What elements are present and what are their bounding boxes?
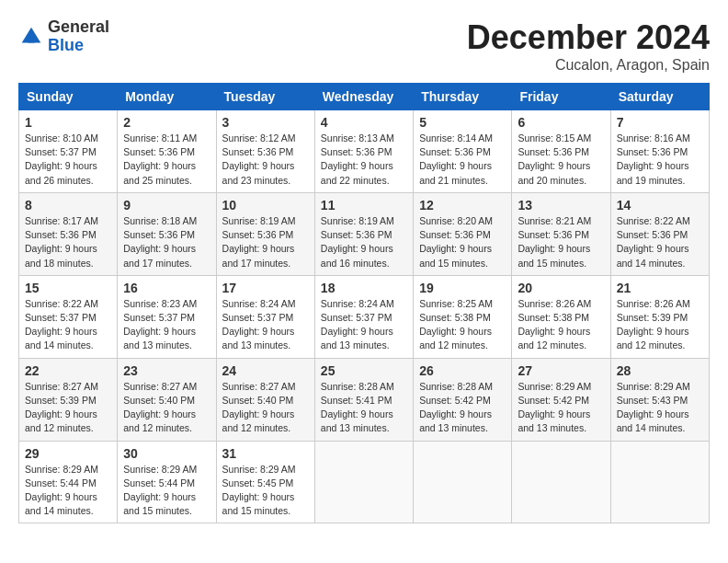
day-number: 5 [419, 115, 506, 130]
day-info: Sunrise: 8:27 AMSunset: 5:40 PMDaylight:… [222, 380, 309, 436]
calendar-week-row: 22Sunrise: 8:27 AMSunset: 5:39 PMDayligh… [19, 358, 710, 441]
day-info: Sunrise: 8:10 AMSunset: 5:37 PMDaylight:… [25, 132, 111, 188]
day-info: Sunrise: 8:21 AMSunset: 5:36 PMDaylight:… [518, 214, 604, 270]
title-block: December 2024 Cucalon, Aragon, Spain [467, 18, 710, 74]
calendar-cell: 18Sunrise: 8:24 AMSunset: 5:37 PMDayligh… [314, 275, 413, 358]
calendar-cell: 17Sunrise: 8:24 AMSunset: 5:37 PMDayligh… [216, 275, 314, 358]
day-header-tuesday: Tuesday [216, 84, 314, 110]
day-info: Sunrise: 8:14 AMSunset: 5:36 PMDaylight:… [419, 132, 506, 188]
day-info: Sunrise: 8:28 AMSunset: 5:42 PMDaylight:… [419, 380, 506, 436]
calendar-cell: 12Sunrise: 8:20 AMSunset: 5:36 PMDayligh… [414, 192, 512, 275]
day-number: 18 [321, 281, 407, 295]
calendar-cell: 4Sunrise: 8:13 AMSunset: 5:36 PMDaylight… [314, 110, 413, 193]
day-info: Sunrise: 8:25 AMSunset: 5:38 PMDaylight:… [419, 297, 506, 353]
day-number: 10 [222, 198, 309, 213]
page-header: General Blue December 2024 Cucalon, Arag… [18, 18, 710, 74]
day-number: 16 [123, 281, 210, 295]
calendar-cell: 9Sunrise: 8:18 AMSunset: 5:36 PMDaylight… [118, 192, 216, 275]
day-number: 7 [617, 115, 703, 130]
day-number: 17 [222, 281, 309, 295]
day-header-monday: Monday [118, 84, 216, 110]
day-header-friday: Friday [512, 84, 610, 110]
calendar-week-row: 15Sunrise: 8:22 AMSunset: 5:37 PMDayligh… [19, 275, 710, 358]
day-info: Sunrise: 8:16 AMSunset: 5:36 PMDaylight:… [617, 132, 703, 188]
day-info: Sunrise: 8:13 AMSunset: 5:36 PMDaylight:… [321, 132, 407, 188]
calendar-cell: 23Sunrise: 8:27 AMSunset: 5:40 PMDayligh… [118, 358, 216, 441]
calendar-cell [314, 441, 413, 523]
day-number: 26 [419, 363, 506, 378]
calendar-week-row: 1Sunrise: 8:10 AMSunset: 5:37 PMDaylight… [19, 110, 710, 193]
day-info: Sunrise: 8:29 AMSunset: 5:44 PMDaylight:… [123, 463, 210, 519]
day-info: Sunrise: 8:20 AMSunset: 5:36 PMDaylight:… [419, 214, 506, 270]
day-number: 2 [123, 115, 210, 130]
calendar-cell: 30Sunrise: 8:29 AMSunset: 5:44 PMDayligh… [118, 441, 216, 523]
day-number: 11 [321, 198, 407, 213]
day-number: 3 [222, 115, 309, 130]
day-info: Sunrise: 8:29 AMSunset: 5:42 PMDaylight:… [518, 380, 604, 436]
day-number: 13 [518, 198, 604, 213]
day-info: Sunrise: 8:24 AMSunset: 5:37 PMDaylight:… [222, 297, 309, 353]
calendar-cell: 5Sunrise: 8:14 AMSunset: 5:36 PMDaylight… [414, 110, 512, 193]
calendar-cell: 1Sunrise: 8:10 AMSunset: 5:37 PMDaylight… [19, 110, 118, 193]
day-info: Sunrise: 8:27 AMSunset: 5:39 PMDaylight:… [25, 380, 111, 436]
day-number: 25 [321, 363, 407, 378]
calendar-cell: 2Sunrise: 8:11 AMSunset: 5:36 PMDaylight… [118, 110, 216, 193]
day-number: 23 [123, 363, 210, 378]
logo-blue-text: Blue [48, 36, 84, 54]
calendar-week-row: 29Sunrise: 8:29 AMSunset: 5:44 PMDayligh… [19, 441, 710, 523]
day-number: 30 [123, 446, 210, 461]
day-number: 28 [617, 363, 703, 378]
calendar-cell: 14Sunrise: 8:22 AMSunset: 5:36 PMDayligh… [610, 192, 709, 275]
day-info: Sunrise: 8:22 AMSunset: 5:36 PMDaylight:… [617, 214, 703, 270]
day-number: 19 [419, 281, 506, 295]
logo: General Blue [18, 18, 109, 55]
day-info: Sunrise: 8:22 AMSunset: 5:37 PMDaylight:… [25, 297, 111, 353]
calendar-cell: 20Sunrise: 8:26 AMSunset: 5:38 PMDayligh… [512, 275, 610, 358]
day-info: Sunrise: 8:29 AMSunset: 5:44 PMDaylight:… [25, 463, 111, 519]
day-number: 21 [617, 281, 703, 295]
day-number: 14 [617, 198, 703, 213]
calendar-cell: 26Sunrise: 8:28 AMSunset: 5:42 PMDayligh… [414, 358, 512, 441]
day-info: Sunrise: 8:28 AMSunset: 5:41 PMDaylight:… [321, 380, 407, 436]
day-info: Sunrise: 8:17 AMSunset: 5:36 PMDaylight:… [25, 214, 111, 270]
calendar-cell: 15Sunrise: 8:22 AMSunset: 5:37 PMDayligh… [19, 275, 118, 358]
calendar-cell: 25Sunrise: 8:28 AMSunset: 5:41 PMDayligh… [314, 358, 413, 441]
day-header-thursday: Thursday [414, 84, 512, 110]
calendar-cell [610, 441, 709, 523]
calendar-week-row: 8Sunrise: 8:17 AMSunset: 5:36 PMDaylight… [19, 192, 710, 275]
calendar-cell: 13Sunrise: 8:21 AMSunset: 5:36 PMDayligh… [512, 192, 610, 275]
day-number: 8 [25, 198, 111, 213]
day-info: Sunrise: 8:18 AMSunset: 5:36 PMDaylight:… [123, 214, 210, 270]
calendar-cell: 28Sunrise: 8:29 AMSunset: 5:43 PMDayligh… [610, 358, 709, 441]
calendar-cell: 3Sunrise: 8:12 AMSunset: 5:36 PMDaylight… [216, 110, 314, 193]
day-info: Sunrise: 8:29 AMSunset: 5:45 PMDaylight:… [222, 463, 309, 519]
day-header-wednesday: Wednesday [314, 84, 413, 110]
calendar-cell: 10Sunrise: 8:19 AMSunset: 5:36 PMDayligh… [216, 192, 314, 275]
calendar-cell: 6Sunrise: 8:15 AMSunset: 5:36 PMDaylight… [512, 110, 610, 193]
day-number: 15 [25, 281, 111, 295]
day-info: Sunrise: 8:29 AMSunset: 5:43 PMDaylight:… [617, 380, 703, 436]
calendar-cell: 16Sunrise: 8:23 AMSunset: 5:37 PMDayligh… [118, 275, 216, 358]
day-info: Sunrise: 8:26 AMSunset: 5:39 PMDaylight:… [617, 297, 703, 353]
logo-general-text: General [48, 17, 109, 36]
day-number: 27 [518, 363, 604, 378]
day-number: 6 [518, 115, 604, 130]
logo-icon [18, 24, 44, 50]
day-info: Sunrise: 8:27 AMSunset: 5:40 PMDaylight:… [123, 380, 210, 436]
day-number: 29 [25, 446, 111, 461]
day-info: Sunrise: 8:15 AMSunset: 5:36 PMDaylight:… [518, 132, 604, 188]
day-number: 22 [25, 363, 111, 378]
calendar-cell: 31Sunrise: 8:29 AMSunset: 5:45 PMDayligh… [216, 441, 314, 523]
calendar-cell: 29Sunrise: 8:29 AMSunset: 5:44 PMDayligh… [19, 441, 118, 523]
calendar-cell: 24Sunrise: 8:27 AMSunset: 5:40 PMDayligh… [216, 358, 314, 441]
day-header-sunday: Sunday [19, 84, 118, 110]
calendar-cell: 22Sunrise: 8:27 AMSunset: 5:39 PMDayligh… [19, 358, 118, 441]
svg-rect-1 [28, 36, 34, 42]
day-number: 4 [321, 115, 407, 130]
day-header-saturday: Saturday [610, 84, 709, 110]
calendar-cell: 8Sunrise: 8:17 AMSunset: 5:36 PMDaylight… [19, 192, 118, 275]
day-number: 24 [222, 363, 309, 378]
calendar-cell [512, 441, 610, 523]
day-number: 31 [222, 446, 309, 461]
month-title: December 2024 [467, 18, 710, 57]
